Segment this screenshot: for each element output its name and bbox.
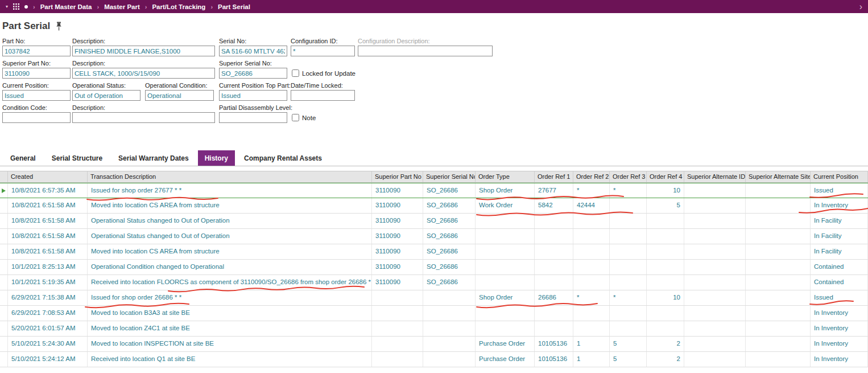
cell-order_type[interactable] — [476, 321, 535, 336]
description-2-input[interactable] — [72, 68, 215, 79]
cell-order_ref_2[interactable] — [573, 214, 610, 228]
row-selector[interactable] — [0, 214, 8, 228]
cell-order_ref_1[interactable]: 26686 — [535, 290, 573, 305]
column-header-order_ref_3[interactable]: Order Ref 3 — [610, 171, 647, 182]
cell-order_ref_1[interactable] — [535, 260, 573, 274]
cell-current_position[interactable]: In Facility — [811, 229, 868, 244]
table-row[interactable]: 10/8/2021 6:51:58 AMOperational Status c… — [0, 229, 868, 244]
cell-superior_serial_no[interactable]: SO_26686 — [423, 260, 476, 274]
breadcrumb-part-lot-tracking[interactable]: Part/Lot Tracking — [152, 3, 205, 10]
cell-superior_serial_no[interactable]: SO_26686 — [423, 214, 476, 228]
configuration-description-input[interactable] — [358, 46, 493, 56]
table-row[interactable]: 10/8/2021 6:51:58 AMMoved into location … — [0, 198, 868, 214]
nav-forward-icon[interactable]: › — [859, 2, 862, 11]
cell-current_position[interactable]: Issued — [811, 183, 868, 198]
cell-superior_alternate_id[interactable] — [684, 183, 746, 198]
cell-order_ref_4[interactable]: 10 — [647, 183, 684, 198]
app-launcher-icon[interactable] — [13, 3, 19, 10]
cell-order_ref_4[interactable]: 5 — [647, 198, 684, 213]
row-selector[interactable] — [0, 183, 8, 198]
breadcrumb-part-master-data[interactable]: Part Master Data — [40, 3, 92, 10]
cell-order_ref_2[interactable]: 1 — [573, 337, 610, 351]
cell-order_type[interactable] — [476, 244, 535, 259]
tab-general[interactable]: General — [3, 150, 43, 166]
cell-order_ref_1[interactable]: 5842 — [535, 198, 573, 213]
cell-superior_alternate_id[interactable] — [684, 290, 746, 305]
cell-transaction_description[interactable]: Received into location FLOORCS as compon… — [88, 275, 372, 290]
part-no-input[interactable] — [2, 46, 71, 56]
cell-created[interactable]: 10/8/2021 6:51:58 AM — [8, 198, 88, 213]
cell-superior_serial_no[interactable]: SO_26686 — [423, 198, 476, 213]
cell-order_ref_4[interactable] — [647, 244, 684, 259]
cell-superior_serial_no[interactable] — [423, 321, 476, 336]
cell-superior_alternate_site[interactable] — [746, 306, 811, 321]
description-1-input[interactable] — [72, 46, 215, 56]
cell-superior_part_no[interactable]: 3110090 — [372, 198, 423, 213]
cell-order_ref_2[interactable] — [573, 229, 610, 244]
cell-order_ref_2[interactable]: 42444 — [573, 198, 610, 213]
column-header-order_ref_2[interactable]: Order Ref 2 — [573, 171, 610, 182]
cell-created[interactable]: 10/1/2021 8:25:13 AM — [8, 260, 88, 274]
cell-order_ref_1[interactable] — [535, 306, 573, 321]
cell-order_ref_3[interactable] — [610, 260, 647, 274]
row-selector[interactable] — [0, 198, 8, 213]
cell-superior_alternate_id[interactable] — [684, 260, 746, 274]
cell-superior_part_no[interactable]: 3110090 — [372, 183, 423, 198]
cell-order_ref_1[interactable] — [535, 214, 573, 228]
table-row[interactable]: 5/10/2021 5:24:12 AMReceived into locati… — [0, 352, 868, 367]
cell-current_position[interactable]: In Inventory — [811, 352, 868, 367]
partial-disassembly-level-input[interactable] — [219, 112, 287, 123]
operational-condition-input[interactable] — [145, 90, 214, 101]
cell-superior_alternate_id[interactable] — [684, 306, 746, 321]
cell-superior_alternate_id[interactable] — [684, 198, 746, 213]
column-header-order_ref_4[interactable]: Order Ref 4 — [647, 171, 684, 182]
cell-superior_alternate_site[interactable] — [746, 183, 811, 198]
cell-order_ref_1[interactable] — [535, 229, 573, 244]
cell-transaction_description[interactable]: Operational Condition changed to Operati… — [88, 260, 372, 274]
cell-current_position[interactable]: In Facility — [811, 244, 868, 259]
pin-icon[interactable] — [55, 22, 63, 31]
cell-created[interactable]: 5/10/2021 5:24:30 AM — [8, 337, 88, 351]
cell-created[interactable]: 10/8/2021 6:51:58 AM — [8, 229, 88, 244]
cell-superior_alternate_id[interactable] — [684, 321, 746, 336]
cell-order_ref_4[interactable] — [647, 321, 684, 336]
cell-order_type[interactable]: Shop Order — [476, 183, 535, 198]
cell-created[interactable]: 6/29/2021 7:15:38 AM — [8, 290, 88, 305]
row-selector[interactable] — [0, 260, 8, 274]
column-header-superior_alternate_site[interactable]: Superior Alternate Site — [746, 171, 811, 182]
column-header-superior_part_no[interactable]: Superior Part No — [372, 171, 423, 182]
cell-superior_part_no[interactable] — [372, 290, 423, 305]
cell-created[interactable]: 10/8/2021 6:51:58 AM — [8, 244, 88, 259]
cell-order_type[interactable]: Shop Order — [476, 290, 535, 305]
cell-order_ref_1[interactable] — [535, 244, 573, 259]
cell-order_type[interactable] — [476, 306, 535, 321]
cell-order_ref_4[interactable]: 2 — [647, 337, 684, 351]
cell-order_type[interactable] — [476, 229, 535, 244]
current-position-input[interactable] — [2, 90, 71, 101]
cell-superior_serial_no[interactable] — [423, 337, 476, 351]
cell-superior_alternate_id[interactable] — [684, 337, 746, 351]
cell-superior_part_no[interactable] — [372, 337, 423, 351]
cell-created[interactable]: 5/10/2021 5:24:12 AM — [8, 352, 88, 367]
table-row[interactable]: 10/8/2021 6:51:58 AMMoved into location … — [0, 244, 868, 260]
cell-superior_part_no[interactable]: 3110090 — [372, 275, 423, 290]
cell-transaction_description[interactable]: Moved to location Z4C1 at site BE — [88, 321, 372, 336]
cell-order_ref_3[interactable]: * — [610, 183, 647, 198]
cell-order_ref_4[interactable] — [647, 229, 684, 244]
cell-order_ref_3[interactable]: 5 — [610, 337, 647, 351]
cell-order_ref_2[interactable] — [573, 321, 610, 336]
cell-created[interactable]: 6/29/2021 7:08:53 AM — [8, 306, 88, 321]
cell-superior_alternate_site[interactable] — [746, 260, 811, 274]
cell-current_position[interactable]: Contained — [811, 275, 868, 290]
cell-order_ref_4[interactable] — [647, 306, 684, 321]
cell-order_ref_4[interactable]: 10 — [647, 290, 684, 305]
cell-transaction_description[interactable]: Operational Status changed to Out of Ope… — [88, 214, 372, 228]
cell-order_ref_1[interactable] — [535, 275, 573, 290]
cell-order_type[interactable]: Purchase Order — [476, 352, 535, 367]
column-header-superior_alternate_id[interactable]: Superior Alternate ID — [684, 171, 746, 182]
table-row[interactable]: 5/20/2021 6:01:57 AMMoved to location Z4… — [0, 321, 868, 337]
cell-order_ref_4[interactable]: 2 — [647, 352, 684, 367]
date-time-locked-input[interactable] — [291, 90, 355, 101]
cell-current_position[interactable]: In Inventory — [811, 321, 868, 336]
cell-superior_alternate_id[interactable] — [684, 214, 746, 228]
